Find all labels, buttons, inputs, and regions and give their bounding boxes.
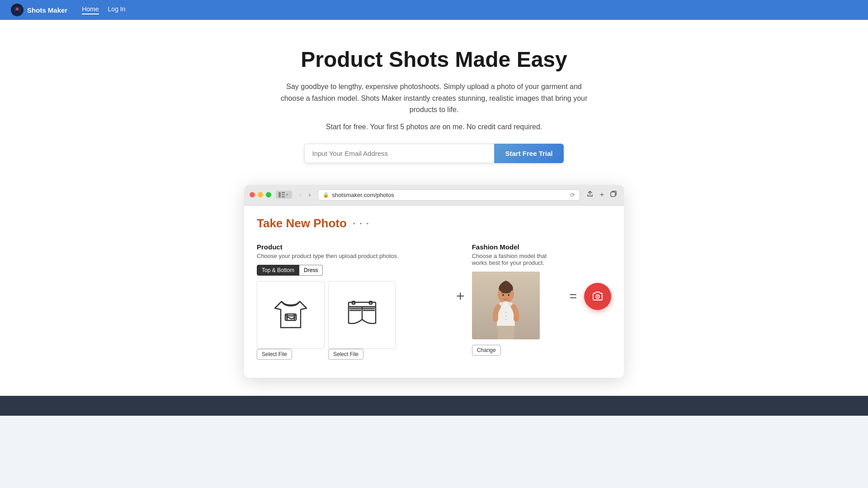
svg-point-1 xyxy=(16,8,19,10)
svg-rect-7 xyxy=(611,192,615,197)
browser-windows-button[interactable] xyxy=(609,189,618,200)
product-image-bottom: Select File xyxy=(328,281,396,360)
email-input[interactable] xyxy=(304,144,494,163)
browser-new-tab-button[interactable]: + xyxy=(598,189,606,200)
product-tabs: Top & Bottom Dress xyxy=(257,265,449,276)
model-section-title: Fashion Model xyxy=(472,243,562,251)
traffic-light-minimize[interactable] xyxy=(258,192,263,197)
dot-1: ● xyxy=(353,221,355,225)
camera-button[interactable] xyxy=(584,283,611,310)
brand-name: Shots Maker xyxy=(27,6,67,14)
page-dots: ● ● ● xyxy=(352,221,370,225)
change-model-button[interactable]: Change xyxy=(472,345,501,356)
browser-url-bar[interactable]: 🔒 shotsmaker.com/photos ⟳ xyxy=(318,189,580,201)
svg-point-28 xyxy=(508,294,509,296)
browser-forward-button[interactable]: › xyxy=(306,190,314,199)
navbar-nav: Home Log In xyxy=(82,5,125,14)
model-illustration xyxy=(472,272,540,339)
browser-url: shotsmaker.com/photos xyxy=(332,192,394,198)
svg-point-24 xyxy=(505,311,506,313)
tab-dress[interactable]: Dress xyxy=(299,265,323,276)
traffic-lights xyxy=(250,192,271,197)
main-content: Product Shots Made Easy Say goodbye to l… xyxy=(0,20,868,396)
trial-button[interactable]: Start Free Trial xyxy=(494,144,563,163)
svg-rect-4 xyxy=(282,192,285,193)
svg-rect-3 xyxy=(278,192,281,197)
lock-icon: 🔒 xyxy=(323,192,329,198)
browser-nav-btns: ‹ › xyxy=(297,190,313,199)
translate-icon: ⟳ xyxy=(570,192,575,198)
equals-sign: = xyxy=(570,289,577,304)
model-image-container xyxy=(472,272,562,339)
product-section: Product Choose your product type then up… xyxy=(257,243,449,363)
product-section-title: Product xyxy=(257,243,449,251)
hero-cta-text: Start for free. Your first 5 photos are … xyxy=(326,123,542,131)
app-content: Take New Photo ● ● ● Product Choose your… xyxy=(244,206,624,378)
columns: Product Choose your product type then up… xyxy=(257,243,611,363)
dot-3: ● xyxy=(367,221,369,225)
tab-top-bottom[interactable]: Top & Bottom xyxy=(257,265,299,276)
traffic-light-close[interactable] xyxy=(250,192,255,197)
model-section: Fashion Model Choose a fashion model tha… xyxy=(472,243,562,356)
nav-home[interactable]: Home xyxy=(82,5,99,14)
shorts-upload-box[interactable] xyxy=(328,281,396,349)
brand: Shots Maker xyxy=(11,4,67,16)
select-file-bottom-button[interactable]: Select File xyxy=(328,349,363,360)
camera-icon xyxy=(591,290,604,303)
hero-subtitle: Say goodbye to lengthy, expensive photos… xyxy=(276,81,592,116)
brand-icon xyxy=(11,4,24,16)
browser-chrome: ‹ › 🔒 shotsmaker.com/photos ⟳ + xyxy=(244,185,624,206)
browser-actions: + xyxy=(585,189,618,200)
shorts-icon xyxy=(340,292,385,338)
tshirt-upload-box[interactable] xyxy=(257,281,325,349)
page-title: Take New Photo xyxy=(257,216,347,230)
traffic-light-maximize[interactable] xyxy=(266,192,271,197)
browser-back-button[interactable]: ‹ xyxy=(297,190,304,199)
product-image-top: Select File xyxy=(257,281,325,360)
tshirt-icon xyxy=(268,292,313,338)
svg-point-30 xyxy=(597,296,599,297)
svg-point-27 xyxy=(502,294,504,296)
sidebar-toggle-button[interactable] xyxy=(276,191,292,199)
browser-share-button[interactable] xyxy=(585,189,595,200)
nav-login[interactable]: Log In xyxy=(108,5,126,14)
browser-mockup: ‹ › 🔒 shotsmaker.com/photos ⟳ + xyxy=(244,185,624,378)
svg-point-26 xyxy=(505,319,506,320)
hero-title: Product Shots Made Easy xyxy=(301,47,567,72)
model-section-desc: Choose a fashion model that works best f… xyxy=(472,253,562,266)
product-images: Select File xyxy=(257,281,449,360)
svg-point-25 xyxy=(505,315,506,316)
page-header: Take New Photo ● ● ● xyxy=(257,216,611,230)
product-section-desc: Choose your product type then upload pro… xyxy=(257,253,449,259)
svg-point-2 xyxy=(15,11,19,14)
svg-rect-5 xyxy=(282,194,285,195)
model-image xyxy=(472,272,540,339)
email-form: Start Free Trial xyxy=(304,144,563,163)
svg-rect-6 xyxy=(282,196,285,197)
plus-sign: + xyxy=(456,288,465,305)
select-file-top-button[interactable]: Select File xyxy=(257,349,292,360)
bottom-bar xyxy=(0,396,868,416)
dot-2: ● xyxy=(360,221,362,225)
